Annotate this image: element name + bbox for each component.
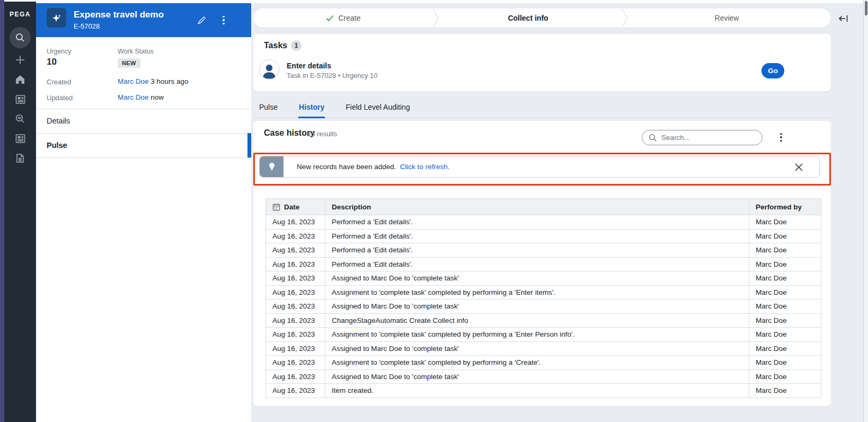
close-icon[interactable] [794, 163, 803, 172]
top-edge [0, 0, 868, 2]
tasks-card: Tasks 1 Enter details Task in E-57028 • … [253, 34, 831, 91]
tab-history[interactable]: History [298, 101, 325, 118]
created-user-link[interactable]: Marc Doe [118, 77, 149, 85]
case-summary-panel: Expense travel demo E-57028 Urgency 10 W… [36, 3, 251, 422]
case-history-card: Case history 13 results New records have… [253, 121, 831, 406]
stage-review[interactable]: Review [623, 8, 831, 28]
pega-case-screen: PEGA Expense travel demo E-5702 [0, 0, 868, 422]
date-cell: Aug 16, 2023 [266, 257, 325, 271]
performed-by-cell: Marc Doe [749, 384, 821, 398]
task-link[interactable]: Enter details [287, 61, 331, 70]
collapse-panel-icon[interactable] [837, 13, 849, 24]
go-button[interactable]: Go [761, 63, 784, 78]
date-cell: Aug 16, 2023 [266, 370, 325, 384]
history-table: Date Description Performed by Aug 16, 20… [265, 198, 821, 398]
case-title: Expense travel demo [74, 10, 164, 20]
tab-bar: Pulse History Field Level Auditing [253, 101, 831, 118]
table-row[interactable]: Aug 16, 2023Item created.Marc Doe [266, 384, 821, 398]
panel-nav-details[interactable]: Details [36, 109, 251, 133]
table-row[interactable]: Aug 16, 2023Performed a 'Edit details'.M… [266, 215, 821, 230]
date-cell: Aug 16, 2023 [266, 285, 325, 300]
table-row[interactable]: Aug 16, 2023Assigned to Marc Doe to 'com… [266, 300, 821, 314]
performed-by-cell: Marc Doe [749, 370, 821, 384]
description-cell: Performed a 'Edit details'. [325, 229, 749, 243]
app-sidebar: PEGA [4, 2, 36, 422]
performed-by-cell: Marc Doe [749, 243, 821, 258]
edit-icon[interactable] [194, 13, 209, 28]
worklist-icon[interactable] [10, 89, 31, 110]
tasks-count-badge: 1 [291, 40, 302, 51]
urgency-value: 10 [47, 57, 57, 67]
table-row[interactable]: Aug 16, 2023Performed a 'Edit details'.M… [266, 243, 821, 258]
column-header-performed-by[interactable]: Performed by [749, 199, 821, 215]
history-search [642, 130, 763, 145]
table-row[interactable]: Aug 16, 2023Assignment to 'complete task… [266, 285, 821, 300]
date-cell: Aug 16, 2023 [266, 356, 325, 370]
description-cell: Item created. [325, 384, 749, 398]
case-header: Expense travel demo E-57028 [36, 3, 251, 37]
created-value: Marc Doe 3 hours ago [118, 77, 189, 85]
description-cell: Performed a 'Edit details'. [325, 215, 749, 230]
search-icon[interactable] [10, 27, 31, 48]
performed-by-cell: Marc Doe [749, 285, 821, 300]
table-row[interactable]: Aug 16, 2023Performed a 'Edit details'.M… [266, 257, 821, 271]
updated-label: Updated [47, 94, 73, 102]
date-cell: Aug 16, 2023 [266, 243, 325, 258]
scrollbar-thumb[interactable] [865, 1, 867, 15]
performed-by-cell: Marc Doe [749, 257, 821, 271]
search-input[interactable] [661, 134, 751, 142]
table-row[interactable]: Aug 16, 2023ChangeStageAutomatic Create … [266, 313, 821, 328]
case-type-icon [47, 8, 66, 28]
search-icon [649, 134, 657, 142]
table-row[interactable]: Aug 16, 2023Assigned to Marc Doe to 'com… [266, 370, 821, 384]
add-icon[interactable] [10, 49, 31, 71]
home-icon[interactable] [10, 69, 31, 90]
stage-collect-info[interactable]: Collect info [433, 8, 623, 28]
column-header-description[interactable]: Description [325, 199, 749, 215]
performed-by-cell: Marc Doe [749, 313, 821, 328]
performed-by-cell: Marc Doe [749, 356, 821, 370]
updated-value: Marc Doe now [118, 93, 164, 101]
panel-nav-pulse[interactable]: Pulse [36, 133, 251, 157]
task-subtitle: Task in E-57028 • Urgency 10 [287, 72, 377, 80]
history-more-icon[interactable] [775, 131, 787, 144]
feed-icon[interactable] [10, 128, 31, 149]
tab-field-level-auditing[interactable]: Field Level Auditing [345, 101, 410, 118]
description-cell: Assignment to 'complete task' completed … [325, 356, 749, 370]
active-nav-indicator [247, 133, 251, 157]
date-cell: Aug 16, 2023 [266, 341, 325, 356]
table-row[interactable]: Aug 16, 2023Assignment to 'complete task… [266, 356, 821, 370]
stage-breadcrumb: Create Collect info Review [253, 8, 831, 28]
document-icon[interactable] [10, 147, 31, 169]
description-cell: Assignment to 'complete task' completed … [325, 328, 749, 342]
created-label: Created [47, 78, 71, 86]
table-row[interactable]: Aug 16, 2023Assigned to Marc Doe to 'com… [266, 271, 821, 286]
scrollbar[interactable] [863, 0, 868, 422]
date-cell: Aug 16, 2023 [266, 313, 325, 328]
updated-user-link[interactable]: Marc Doe [118, 93, 149, 101]
refresh-link[interactable]: Click to refresh. [400, 163, 450, 171]
description-cell: Assigned to Marc Doe to 'complete task' [325, 300, 749, 314]
description-cell: Assignment to 'complete task' completed … [325, 285, 749, 300]
work-status-badge: NEW [118, 58, 140, 68]
table-row[interactable]: Aug 16, 2023Assignment to 'complete task… [266, 328, 821, 342]
column-header-date[interactable]: Date [266, 199, 325, 215]
performed-by-cell: Marc Doe [749, 271, 821, 286]
performed-by-cell: Marc Doe [749, 229, 821, 243]
table-row[interactable]: Aug 16, 2023Performed a 'Edit details'.M… [266, 229, 821, 243]
description-cell: Assigned to Marc Doe to 'complete task' [325, 370, 749, 384]
tab-pulse[interactable]: Pulse [259, 101, 278, 118]
date-cell: Aug 16, 2023 [266, 229, 325, 243]
date-cell: Aug 16, 2023 [266, 300, 325, 314]
calendar-icon [272, 203, 280, 211]
lightbulb-icon [260, 156, 284, 177]
stage-create[interactable]: Create [253, 8, 433, 28]
stage-separator [622, 8, 628, 28]
pega-logo: PEGA [4, 11, 36, 18]
table-row[interactable]: Aug 16, 2023Assigned to Marc Doe to 'com… [266, 341, 821, 356]
description-cell: Assigned to Marc Doe to 'complete task' [325, 341, 749, 356]
description-cell: Assigned to Marc Doe to 'complete task' [325, 271, 749, 286]
case-more-icon[interactable] [216, 13, 231, 28]
insights-icon[interactable] [10, 108, 31, 129]
description-cell: ChangeStageAutomatic Create Collect info [325, 313, 749, 328]
